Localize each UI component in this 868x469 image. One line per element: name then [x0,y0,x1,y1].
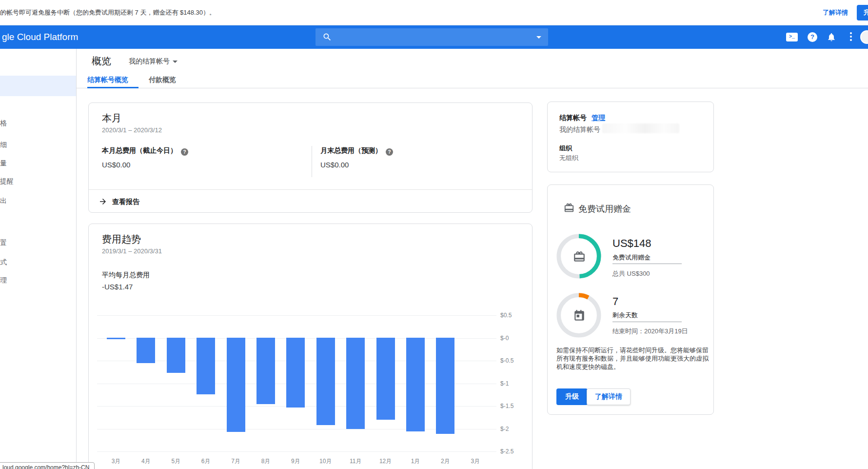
gcp-billing-overview-screen: 的帐号即可避免服务中断（您的免费试用期还剩 7 天，赠金还有 $148.30）。… [0,0,868,469]
metric-value: US$0.00 [102,161,188,169]
billing-account-name: 我的结算帐号 [559,125,600,134]
billing-account-card: 结算帐号 管理 我的结算帐号 组织 无组织 [547,102,714,172]
tab-1[interactable]: 付款概览 [149,73,178,88]
gridline [97,315,496,316]
search-input[interactable] [316,28,548,46]
view-report-label: 查看报告 [112,198,139,206]
days-remaining-value: 7 [612,295,618,308]
sidebar-item-7[interactable]: 理 [0,276,7,285]
x-tick-label: 7月 [224,457,248,466]
billing-account-label: 结算帐号 [559,114,587,122]
metric-0: 本月总费用（截止今日）?US$0.00 [102,146,188,169]
sidebar-item-active[interactable] [0,76,76,96]
search-icon [322,32,332,44]
x-tick-label: 12月 [374,457,398,466]
free-trial-card: 免费试用赠金 US$148 免费试用赠金 总共 US$300 7 剩余天数 结束… [547,184,714,415]
y-tick-label: $-2 [500,426,530,432]
bar-9月-6[interactable] [286,338,305,408]
bar-2月-11[interactable] [436,338,454,434]
x-tick-label: 3月 [104,457,128,466]
bar-4月-1[interactable] [137,338,155,363]
sidebar-item-0[interactable]: 格 [0,119,7,128]
tab-0[interactable]: 结算帐号概览 [87,73,138,88]
billing-account-switcher-label: 我的结算帐号 [129,57,170,65]
sidebar-item-2[interactable]: 量 [0,159,7,168]
x-tick-label: 1月 [403,457,428,466]
metric-1: 月末总费用（预测）?US$0.00 [320,146,393,169]
cloud-shell-icon[interactable]: >_ [786,33,798,41]
y-tick-label: $-2.5 [500,448,530,455]
x-tick-label: 9月 [283,457,308,466]
x-tick-label: 8月 [254,457,278,466]
x-tick-label: 5月 [164,457,188,466]
billing-account-switcher[interactable]: 我的结算帐号 [129,57,178,66]
bar-12月-9[interactable] [376,338,395,420]
y-tick-label: $0.5 [500,312,530,319]
cost-trend-bar-chart: $0.5$-0$-0.5$-1$-1.5$-2$-2.53月4月5月6月7月8月… [97,315,531,469]
credit-total: 总共 US$300 [612,269,650,278]
bar-5月-2[interactable] [167,338,185,373]
sidebar-item-4[interactable]: 出 [0,197,7,205]
redacted-account-id [602,123,679,133]
search-scope-caret-icon[interactable] [536,36,541,39]
help-icon[interactable]: ? [386,148,393,156]
gift-icon [564,203,574,215]
more-vert-icon[interactable] [850,32,852,42]
y-tick-label: $-1.5 [500,403,530,409]
x-tick-label: 3月 [463,457,488,466]
this-month-card: 本月 2020/3/1 – 2020/3/12 本月总费用（截止今日）?US$0… [88,102,533,213]
x-tick-label: 10月 [314,457,338,466]
sidebar-item-5[interactable]: 置 [0,239,7,247]
divider [612,322,682,322]
x-tick-label: 11月 [343,457,368,466]
bar-6月-3[interactable] [197,338,215,394]
tabbar-divider [77,88,868,88]
help-icon[interactable]: ? [181,148,188,156]
divider [612,264,682,264]
banner-upgrade-button[interactable]: 升级 [857,5,868,20]
sidebar-item-3[interactable]: 提醒 [0,177,14,186]
organization-value: 无组织 [559,154,578,163]
gcp-logo[interactable]: gle Cloud Platform [2,25,78,49]
bar-8月-5[interactable] [256,338,275,404]
credit-remaining-amount: US$148 [612,237,651,250]
upgrade-button[interactable]: 升级 [556,388,588,405]
bar-11月-8[interactable] [346,338,365,429]
gift-icon [573,250,586,265]
trial-end-date: 结束时间：2020年3月19日 [612,326,698,336]
metric-label: 本月总费用（截止今日） [102,146,177,154]
trial-banner: 的帐号即可避免服务中断（您的免费试用期还剩 7 天，赠金还有 $148.30）。… [0,0,868,25]
bar-10月-7[interactable] [316,338,335,425]
trial-banner-message: 的帐号即可避免服务中断（您的免费试用期还剩 7 天，赠金还有 $148.30）。 [0,0,216,25]
gridline [97,451,496,452]
notifications-icon[interactable] [827,32,836,42]
page-title: 概览 [92,55,111,68]
metric-divider [312,146,312,177]
this-month-title: 本月 [102,112,121,125]
sidebar-item-6[interactable]: 式 [0,258,7,267]
chevron-down-icon [173,61,178,63]
sidebar-item-1[interactable]: 细 [0,141,7,149]
organization-label: 组织 [559,144,572,153]
upgrade-description: 如需保持不间断运行，请花些时间升级。您将能够保留所有现有服务和数据，并且能够使用… [556,346,709,371]
calendar-icon [573,309,586,324]
manage-link[interactable]: 管理 [592,114,605,122]
banner-learn-more-link[interactable]: 了解详情 [823,0,848,25]
avg-monthly-cost-value: -US$1.47 [102,283,133,291]
view-report-link[interactable]: 查看报告 [89,189,532,213]
metric-label: 月末总费用（预测） [320,146,382,154]
bar-7月-4[interactable] [227,338,245,432]
help-icon[interactable]: ? [808,32,817,42]
x-tick-label: 2月 [433,457,457,466]
learn-more-button[interactable]: 了解详情 [587,388,631,405]
x-tick-label: 6月 [194,457,218,466]
bar-1月-10[interactable] [406,338,425,431]
days-remaining-label: 剩余天数 [612,311,638,320]
y-tick-label: $-0 [500,335,530,342]
arrow-forward-icon [99,197,107,208]
y-tick-label: $-1 [500,380,530,387]
cost-trend-title: 费用趋势 [102,233,141,246]
credit-remaining-label: 免费试用赠金 [612,253,651,262]
cost-trend-card: 费用趋势 2019/3/1 – 2020/3/31 平均每月总费用 -US$1.… [88,224,533,469]
bar-3月-0[interactable] [107,338,125,339]
